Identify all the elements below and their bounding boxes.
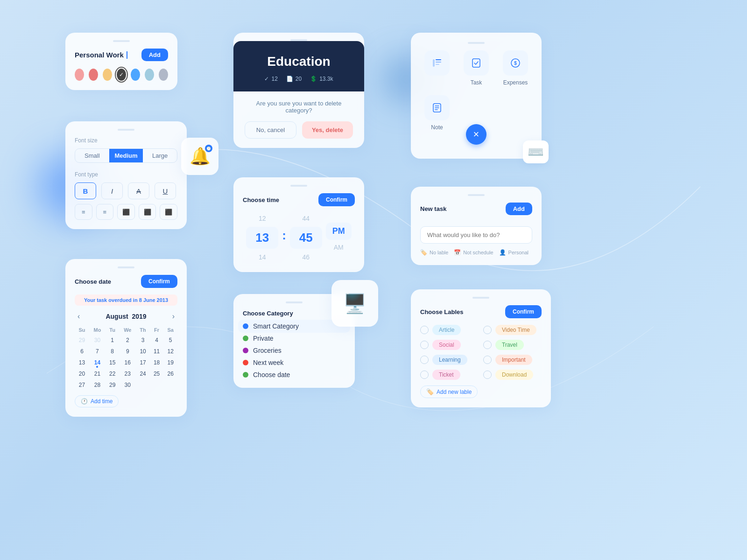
table-row[interactable]: 30: [119, 379, 136, 391]
label-badge-travel[interactable]: Travel: [495, 340, 524, 350]
label-radio-videotime[interactable]: [483, 326, 492, 334]
color-dark-selected[interactable]: ✓: [117, 69, 126, 81]
table-row[interactable]: 23: [119, 368, 136, 379]
font-size-small[interactable]: Small: [75, 149, 109, 162]
font-size-medium[interactable]: Medium: [109, 149, 143, 162]
table-row[interactable]: 4: [150, 335, 163, 346]
task-input-field[interactable]: [420, 226, 532, 244]
table-row[interactable]: 26: [163, 368, 177, 379]
table-row[interactable]: [163, 379, 177, 391]
label-badge-important[interactable]: Important: [495, 355, 532, 365]
table-row[interactable]: 22: [106, 368, 119, 379]
align-center[interactable]: ⬛: [139, 204, 156, 220]
add-new-label-btn[interactable]: 🏷️ Add new lable: [420, 385, 478, 398]
table-row[interactable]: 1: [106, 335, 119, 346]
color-lightblue[interactable]: [145, 69, 154, 81]
color-pink[interactable]: [75, 69, 84, 81]
table-row[interactable]: 6: [75, 346, 89, 357]
close-circle-btn[interactable]: ×: [466, 124, 486, 145]
align-right[interactable]: ⬛: [160, 204, 177, 220]
card-handle-time: [290, 185, 307, 187]
new-task-card: New task Add 🏷️ No lable 📅 Not schedule …: [411, 187, 542, 265]
font-italic-btn[interactable]: I: [101, 182, 123, 199]
font-bold-btn[interactable]: B: [75, 182, 96, 199]
new-task-title: New task: [420, 205, 446, 212]
table-row[interactable]: 5: [163, 335, 177, 346]
time-title: Choose time: [243, 196, 279, 203]
table-row[interactable]: [150, 379, 163, 391]
font-underline-btn[interactable]: U: [155, 182, 176, 199]
table-row[interactable]: 19: [163, 357, 177, 368]
table-row[interactable]: 11: [150, 346, 163, 357]
icon-item-expenses: $ Expenses: [500, 50, 530, 86]
table-row[interactable]: 30: [89, 335, 106, 346]
label-badge-article[interactable]: Article: [432, 325, 461, 335]
table-row[interactable]: 18: [150, 357, 163, 368]
label-radio-travel[interactable]: [483, 341, 492, 349]
ampm-active[interactable]: PM: [326, 223, 352, 240]
table-row[interactable]: 20: [75, 368, 89, 379]
table-row[interactable]: 28: [89, 379, 106, 391]
table-row[interactable]: 29: [106, 379, 119, 391]
color-red[interactable]: [89, 69, 98, 81]
color-gray[interactable]: [159, 69, 168, 81]
label-radio-article[interactable]: [420, 326, 429, 334]
table-row[interactable]: 12: [163, 346, 177, 357]
category-item-groceries[interactable]: Groceries: [243, 347, 345, 354]
table-row[interactable]: 25: [150, 368, 163, 379]
table-row[interactable]: 24: [136, 368, 150, 379]
align-list-2[interactable]: ≡: [96, 204, 114, 220]
minutes-active[interactable]: 45: [290, 227, 322, 249]
label-radio-ticket[interactable]: [420, 371, 429, 379]
color-blue[interactable]: [131, 69, 140, 81]
labels-grid: Article Video Time Social Travel Learnin…: [420, 325, 542, 380]
label-radio-social[interactable]: [420, 341, 429, 349]
table-row[interactable]: 16: [119, 357, 136, 368]
table-row[interactable]: 15: [106, 357, 119, 368]
font-strikethrough-btn[interactable]: A: [128, 182, 149, 199]
hours-active[interactable]: 13: [246, 227, 278, 249]
table-row[interactable]: 29: [75, 335, 89, 346]
time-confirm-btn[interactable]: Confirm: [318, 193, 355, 206]
label-badge-ticket[interactable]: Ticket: [432, 370, 460, 380]
label-badge-learning[interactable]: Learning: [432, 355, 467, 365]
label-badge-videotime[interactable]: Video Time: [495, 325, 536, 335]
cal-next-btn[interactable]: ›: [169, 311, 177, 322]
table-row[interactable]: 7: [89, 346, 106, 357]
table-row[interactable]: 9: [119, 346, 136, 357]
add-time-btn[interactable]: 🕐 Add time: [75, 395, 119, 407]
label-radio-important[interactable]: [483, 356, 492, 364]
note-icon-circle: [424, 95, 450, 120]
category-item-nextweek[interactable]: Next week: [243, 359, 345, 366]
table-row[interactable]: 10: [136, 346, 150, 357]
personal-add-button[interactable]: Add: [141, 49, 168, 61]
color-yellow[interactable]: [103, 69, 112, 81]
font-size-large[interactable]: Large: [143, 149, 177, 162]
cancel-delete-btn[interactable]: No, cancel: [245, 121, 296, 139]
table-row[interactable]: 13: [75, 357, 89, 368]
today-cell[interactable]: 14: [89, 357, 106, 368]
table-row[interactable]: 2: [119, 335, 136, 346]
add-label-icon: 🏷️: [426, 388, 434, 395]
label-radio-download[interactable]: [483, 371, 492, 379]
label-radio-learning[interactable]: [420, 356, 429, 364]
align-list-1[interactable]: ≡: [75, 204, 92, 220]
table-row[interactable]: 21: [89, 368, 106, 379]
label-badge-download[interactable]: Download: [495, 370, 533, 380]
new-task-add-btn[interactable]: Add: [506, 203, 532, 215]
table-row[interactable]: 3: [136, 335, 150, 346]
labels-confirm-btn[interactable]: Confirm: [505, 305, 542, 318]
card-handle-cal: [118, 266, 134, 268]
calendar-confirm-btn[interactable]: Confirm: [141, 275, 177, 288]
table-row[interactable]: [136, 379, 150, 391]
minutes-col: 44 45 46: [290, 213, 322, 263]
table-row[interactable]: 8: [106, 346, 119, 357]
table-row[interactable]: 17: [136, 357, 150, 368]
label-badge-social[interactable]: Social: [432, 340, 461, 350]
category-item-private[interactable]: Private: [243, 335, 345, 342]
table-row[interactable]: 27: [75, 379, 89, 391]
align-left[interactable]: ⬛: [117, 204, 135, 220]
confirm-delete-btn[interactable]: Yes, delete: [302, 121, 353, 139]
cal-prev-btn[interactable]: ‹: [75, 311, 83, 322]
category-item-choosedate[interactable]: Choose date: [243, 371, 345, 378]
